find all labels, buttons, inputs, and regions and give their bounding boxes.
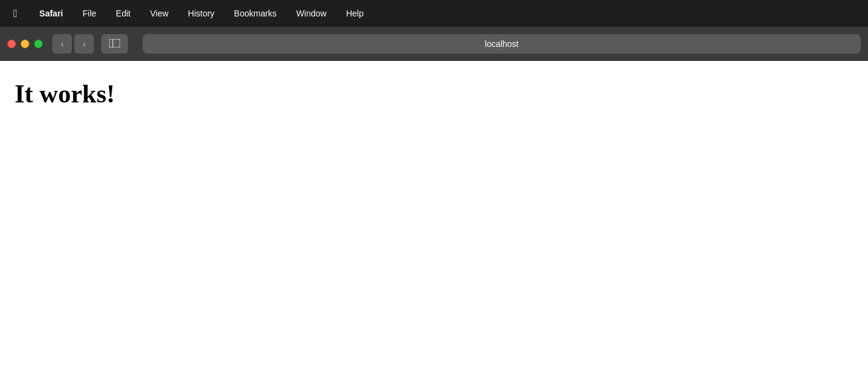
svg-rect-0 [109, 39, 120, 48]
address-bar[interactable] [143, 34, 861, 54]
sidebar-toggle-button[interactable] [101, 34, 128, 54]
close-button[interactable] [7, 40, 16, 48]
edit-menu-item[interactable]: Edit [112, 6, 134, 21]
page-heading: It works! [15, 79, 853, 109]
window-menu-item[interactable]: Window [293, 6, 330, 21]
safari-menu-item[interactable]: Safari [36, 6, 67, 21]
minimize-button[interactable] [21, 40, 29, 48]
forward-icon: › [83, 39, 86, 49]
traffic-lights [7, 40, 43, 48]
history-menu-item[interactable]: History [184, 6, 218, 21]
sidebar-icon [109, 39, 120, 49]
help-menu-item[interactable]: Help [343, 6, 368, 21]
browser-toolbar: ‹ › [0, 27, 868, 61]
menu-bar:  Safari File Edit View History Bookmark… [0, 0, 868, 27]
back-icon: ‹ [61, 39, 64, 49]
apple-menu-item[interactable]:  [10, 5, 21, 23]
bookmarks-menu-item[interactable]: Bookmarks [230, 6, 280, 21]
address-bar-container [143, 34, 861, 54]
view-menu-item[interactable]: View [146, 6, 172, 21]
maximize-button[interactable] [34, 40, 43, 48]
forward-button[interactable]: › [74, 34, 94, 54]
file-menu-item[interactable]: File [79, 6, 101, 21]
browser-content: It works! [0, 61, 868, 378]
back-button[interactable]: ‹ [52, 34, 72, 54]
nav-buttons: ‹ › [52, 34, 94, 54]
